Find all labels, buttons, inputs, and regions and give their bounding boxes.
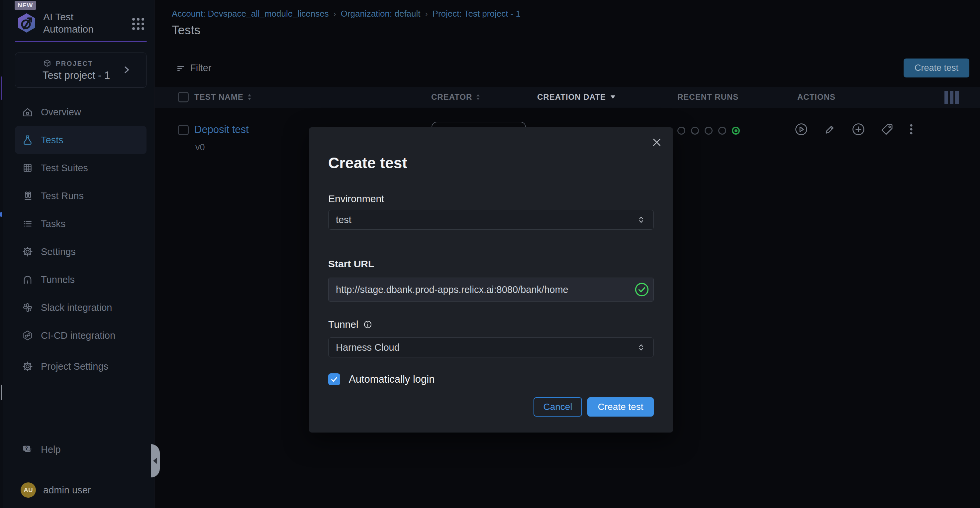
filter-icon [176,64,185,73]
sidebar-item-label: Settings [41,246,76,257]
svg-text:?: ? [25,446,28,451]
tag-icon[interactable] [880,122,894,136]
avatar: AU [21,482,36,498]
sidebar-nav: Overview Tests Test Suites [15,98,146,380]
checkbox-checked-icon[interactable] [328,373,340,385]
list-icon [22,218,33,230]
test-runs-icon [22,190,33,202]
filter-button[interactable]: Filter [176,62,211,73]
modal-create-test-button[interactable]: Create test [587,397,654,417]
brand-accent-rule [15,41,147,42]
cancel-button[interactable]: Cancel [533,397,582,417]
sidebar-help-area: ? Help [15,436,146,463]
sidebar-item-cicd-integration[interactable]: CI-CD integration [15,321,146,350]
sidebar-divider [15,351,146,351]
rail-blue-dot [0,212,2,217]
sidebar: NEW AI Test Automation PROJECT [3,0,154,508]
sidebar-item-label: Slack integration [41,302,112,313]
environment-select[interactable]: test [328,210,654,230]
sidebar-item-label: Tunnels [41,274,75,285]
tunnel-value: Harness Cloud [336,342,399,353]
close-icon[interactable] [649,135,664,150]
test-name-link[interactable]: Deposit test [194,124,249,136]
breadcrumb-organization[interactable]: Organization: default [341,9,420,19]
sidebar-item-slack-integration[interactable]: Slack integration [15,294,146,321]
tunnel-icon [22,274,33,286]
environment-value: test [336,214,352,225]
user-name: admin user [43,485,91,496]
sidebar-item-label: Overview [41,107,81,118]
table-header: TEST NAME CREATOR CREATION DATE [155,87,980,108]
kebab-menu-icon[interactable] [908,122,914,136]
sidebar-item-help[interactable]: ? Help [15,436,146,463]
sidebar-item-test-suites[interactable]: Test Suites [15,154,146,182]
breadcrumb-separator: › [420,9,433,19]
sidebar-item-label: Tests [41,135,64,145]
sidebar-item-project-settings[interactable]: Project Settings [15,352,146,380]
tunnel-select[interactable]: Harness Cloud [328,337,654,358]
column-settings-icon[interactable] [945,91,959,104]
app-root: NEW AI Test Automation PROJECT [0,0,980,508]
sidebar-item-tunnels[interactable]: Tunnels [15,266,146,294]
run-test-play-icon[interactable] [794,122,808,136]
run-status-dot [677,127,685,135]
sidebar-item-test-runs[interactable]: Test Runs [15,182,146,210]
sidebar-item-tasks[interactable]: Tasks [15,210,146,238]
edit-pencil-icon[interactable] [823,122,837,136]
info-icon[interactable] [363,320,372,329]
edge-rail [0,0,3,508]
run-status-dot [732,127,740,135]
grid-icon [22,162,33,174]
sort-icon [476,94,481,101]
run-status-dot [718,127,726,135]
add-plus-icon[interactable] [851,122,865,136]
tunnel-label: Tunnel [328,319,654,330]
column-header-creator[interactable]: CREATOR [431,93,481,102]
rail-scroll-thumb [1,385,2,400]
create-test-modal: Create test Environment test Start URL T… [309,127,673,433]
auto-login-checkbox-row[interactable]: Automatically login [328,373,654,385]
sidebar-item-label: Project Settings [41,361,108,372]
gear-icon [22,360,33,372]
sidebar-item-tests[interactable]: Tests [15,126,146,154]
column-header-creation-date[interactable]: CREATION DATE [537,93,616,102]
brand: AI Test Automation [16,11,113,35]
project-selector[interactable]: PROJECT Test project - 1 [15,53,146,88]
sidebar-item-label: Help [41,444,61,455]
breadcrumb-separator: › [329,9,341,19]
column-header-test-name[interactable]: TEST NAME [194,93,252,102]
gear-icon [22,246,33,258]
column-header-recent-runs: RECENT RUNS [677,93,738,102]
project-card-name: Test project - 1 [43,69,110,81]
sidebar-item-label: Tasks [41,219,65,229]
row-checkbox[interactable] [178,125,189,135]
cicd-icon [22,329,33,342]
filter-label: Filter [190,62,211,73]
sidebar-item-overview[interactable]: Overview [15,98,146,126]
sidebar-item-label: Test Runs [41,190,84,201]
breadcrumb-account[interactable]: Account: Devspace_all_module_licenses [172,9,329,19]
select-all-checkbox[interactable] [178,92,189,102]
home-icon [22,106,33,118]
sidebar-item-label: CI-CD integration [41,330,115,341]
app-logo-icon [16,12,37,34]
sidebar-bottom-divider [6,425,158,425]
project-card-label: PROJECT [56,60,93,67]
start-url-input[interactable] [328,278,654,302]
select-chevrons-icon [636,215,646,225]
recent-runs [677,127,740,135]
column-header-actions: ACTIONS [797,93,835,102]
new-badge: NEW [14,1,36,10]
app-title: AI Test Automation [43,11,113,35]
breadcrumb-project[interactable]: Project: Test project - 1 [433,9,520,19]
user-menu[interactable]: AU admin user [15,476,146,504]
sidebar-item-settings[interactable]: Settings [15,238,146,266]
rail-purple-accent [1,77,2,100]
environment-label: Environment [328,193,654,204]
page-title: Tests [172,23,200,37]
url-valid-check-icon [635,282,649,297]
app-switcher-grid-icon[interactable] [132,18,144,30]
select-chevrons-icon [636,342,646,352]
create-test-button[interactable]: Create test [904,59,969,77]
row-actions [794,122,914,136]
